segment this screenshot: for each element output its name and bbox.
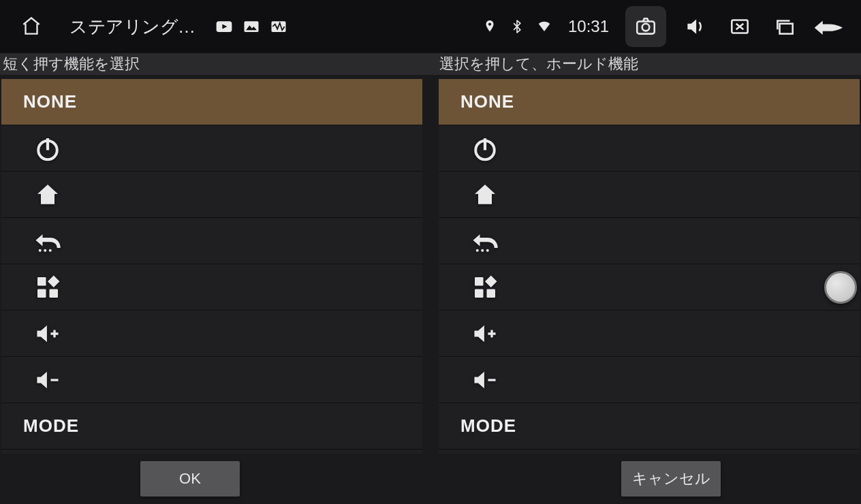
screenshot-button[interactable] bbox=[625, 6, 666, 47]
option-back[interactable] bbox=[1, 218, 422, 264]
back-button[interactable] bbox=[813, 10, 846, 43]
volume-up-icon bbox=[470, 319, 500, 349]
option-home[interactable] bbox=[1, 172, 422, 218]
short-press-header: 短く押す機能を選択 bbox=[1, 53, 423, 75]
power-icon bbox=[33, 133, 63, 163]
location-icon bbox=[482, 19, 497, 34]
option-volume-up[interactable] bbox=[439, 311, 860, 357]
app-title: ステアリング… bbox=[69, 15, 195, 39]
ok-button[interactable]: OK bbox=[140, 461, 240, 497]
column-headers: 短く押す機能を選択 選択を押して、ホールド機能 bbox=[0, 53, 861, 75]
option-mode-label: MODE bbox=[23, 415, 79, 437]
option-none[interactable]: NONE bbox=[439, 79, 860, 125]
option-volume-down[interactable] bbox=[439, 357, 860, 403]
footer: OK キャンセル bbox=[0, 454, 861, 504]
home-button[interactable] bbox=[15, 10, 48, 43]
option-home[interactable] bbox=[439, 172, 860, 218]
status-bar: ステアリング… 10:31 bbox=[0, 0, 861, 53]
gallery-icon bbox=[242, 17, 261, 36]
volume-down-icon bbox=[470, 365, 500, 395]
back-icon bbox=[470, 226, 500, 256]
short-press-column: NONE MODE bbox=[1, 79, 422, 454]
option-volume-up[interactable] bbox=[1, 311, 422, 357]
long-press-column: NONE MODE bbox=[439, 79, 860, 454]
wifi-icon bbox=[537, 19, 552, 34]
close-button[interactable] bbox=[723, 10, 756, 43]
option-none[interactable]: NONE bbox=[1, 79, 422, 125]
clock: 10:31 bbox=[568, 17, 609, 36]
ok-label: OK bbox=[179, 470, 201, 488]
activity-icon bbox=[269, 17, 288, 36]
home-icon bbox=[33, 180, 63, 210]
assistive-touch-button[interactable] bbox=[824, 271, 857, 304]
home-icon bbox=[470, 180, 500, 210]
option-volume-down[interactable] bbox=[1, 357, 422, 403]
volume-button[interactable] bbox=[678, 10, 711, 43]
recent-apps-button[interactable] bbox=[768, 10, 801, 43]
cancel-button[interactable]: キャンセル bbox=[621, 461, 721, 497]
volume-up-icon bbox=[33, 319, 63, 349]
youtube-icon bbox=[215, 17, 234, 36]
apps-icon bbox=[33, 272, 63, 302]
option-apps[interactable] bbox=[439, 264, 860, 311]
option-apps[interactable] bbox=[1, 264, 422, 311]
option-mode[interactable]: MODE bbox=[1, 403, 422, 450]
option-none-label: NONE bbox=[23, 91, 77, 112]
bluetooth-icon bbox=[510, 19, 525, 34]
option-mode[interactable]: MODE bbox=[439, 403, 860, 450]
function-columns: NONE MODE NONE MODE bbox=[0, 75, 861, 454]
volume-down-icon bbox=[33, 365, 63, 395]
long-press-header: 選択を押して、ホールド機能 bbox=[439, 53, 860, 75]
option-mode-label: MODE bbox=[460, 415, 516, 437]
cancel-label: キャンセル bbox=[632, 469, 710, 489]
option-power[interactable] bbox=[1, 125, 422, 172]
power-icon bbox=[470, 133, 500, 163]
apps-icon bbox=[470, 272, 500, 302]
option-back[interactable] bbox=[439, 218, 860, 264]
back-icon bbox=[33, 226, 63, 256]
option-none-label: NONE bbox=[460, 91, 514, 112]
option-power[interactable] bbox=[439, 125, 860, 172]
